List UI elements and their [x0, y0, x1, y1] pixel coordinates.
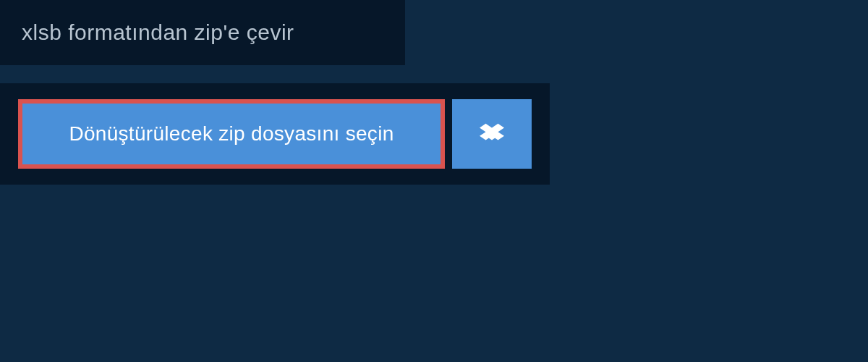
dropbox-button[interactable]: [452, 99, 532, 169]
select-file-button[interactable]: Dönüştürülecek zip dosyasını seçin: [18, 99, 445, 169]
dropbox-icon: [480, 122, 504, 146]
page-title: xlsb formatından zip'e çevir: [22, 20, 383, 45]
upload-panel: Dönüştürülecek zip dosyasını seçin: [0, 83, 550, 185]
conversion-header: xlsb formatından zip'e çevir: [0, 0, 405, 65]
